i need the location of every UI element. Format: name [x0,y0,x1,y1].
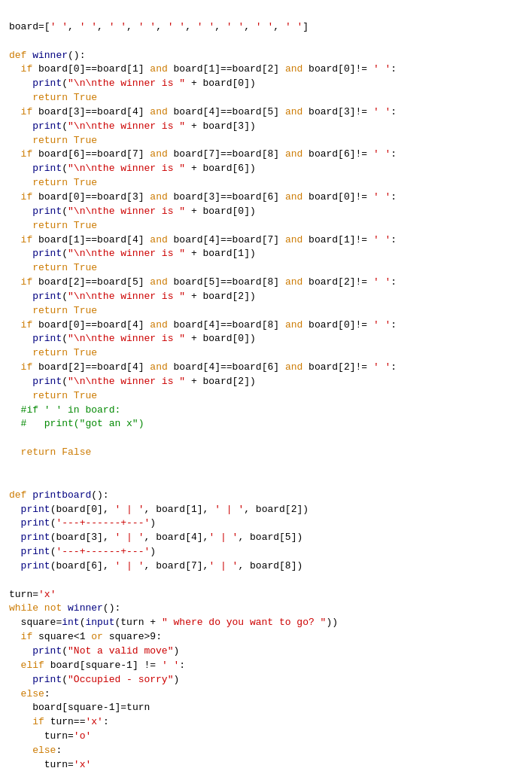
code-block: board=[' ', ' ', ' ', ' ', ' ', ' ', ' '… [9,6,523,771]
